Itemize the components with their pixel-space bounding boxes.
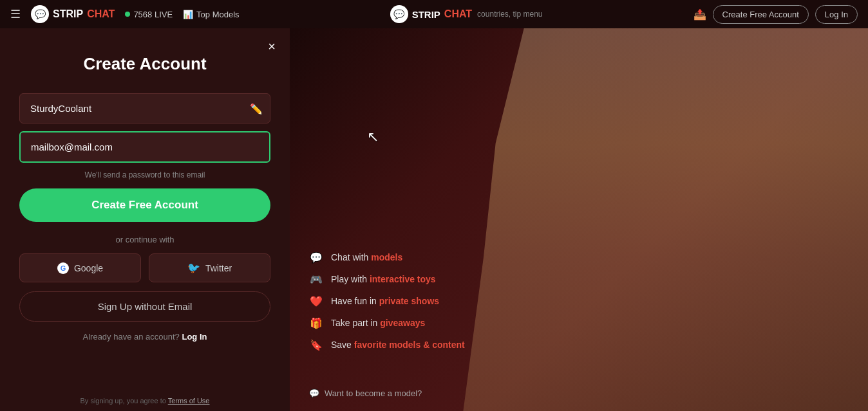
already-account-text: Already have an account? Log In xyxy=(83,332,207,342)
twitter-icon: 🐦 xyxy=(187,262,200,274)
want-model-text: Want to become a model? xyxy=(325,388,422,398)
login-top-button[interactable]: Log In xyxy=(815,5,858,24)
features-list: 💬 Chat with models 🎮 Play with interacti… xyxy=(309,250,465,360)
feature-item-private: ❤️ Have fun in private shows xyxy=(309,294,465,308)
feature-chat-text: Chat with models xyxy=(331,252,402,262)
feature-item-giveaway: 🎁 Take part in giveaways xyxy=(309,316,465,330)
logo-chat: CHAT xyxy=(87,8,115,20)
feature-giveaway-text: Take part in giveaways xyxy=(331,318,425,328)
topbar: ☰ 💬 STRIPCHAT 7568 LIVE 📊 Top Models 💬 S… xyxy=(0,0,868,28)
google-label: Google xyxy=(74,263,103,273)
email-input[interactable] xyxy=(19,131,270,163)
feature-private-text: Have fun in private shows xyxy=(331,296,439,306)
feature-item-save: 🔖 Save favorite models & content xyxy=(309,338,465,352)
center-tagline: countries, tip menu xyxy=(477,10,542,19)
feature-item-chat: 💬 Chat with models xyxy=(309,250,465,264)
center-logo-icon: 💬 xyxy=(390,5,408,23)
center-logo-chat: CHAT xyxy=(444,8,472,20)
logo-strip: STRIP xyxy=(53,8,83,20)
or-continue-text: or continue with xyxy=(115,235,174,244)
magic-wand-icon: ✏️ xyxy=(250,102,263,114)
modal-left-panel: × Create Account ✏️ We'll send a passwor… xyxy=(0,28,290,411)
feature-toys-text: Play with interactive toys xyxy=(331,274,436,284)
username-input[interactable] xyxy=(19,93,270,123)
share-icon: 📤 xyxy=(693,8,706,21)
modal-close-button[interactable]: × xyxy=(263,37,281,55)
create-free-account-button[interactable]: Create Free Account xyxy=(19,188,270,222)
feature-save-text: Save favorite models & content xyxy=(331,340,465,350)
model-silhouette xyxy=(463,28,868,411)
twitter-signup-button[interactable]: 🐦 Twitter xyxy=(149,253,270,282)
google-icon: G xyxy=(57,262,69,274)
live-dot xyxy=(125,12,130,17)
logo-icon: 💬 xyxy=(31,5,49,23)
top-models-icon: 📊 xyxy=(183,10,193,19)
heart-icon: ❤️ xyxy=(309,294,323,308)
signup-no-email-button[interactable]: Sign Up without Email xyxy=(19,291,270,322)
email-hint: We'll send a password to this email xyxy=(85,170,205,179)
hamburger-icon[interactable]: ☰ xyxy=(10,7,21,21)
username-input-group: ✏️ xyxy=(19,93,270,123)
login-link[interactable]: Log In xyxy=(182,332,207,342)
center-logo-strip: STRIP xyxy=(412,9,440,20)
twitter-label: Twitter xyxy=(205,263,232,273)
live-count: 7568 LIVE xyxy=(133,10,173,19)
feature-item-toys: 🎮 Play with interactive toys xyxy=(309,272,465,286)
modal-right-panel: 💬 Chat with models 🎮 Play with interacti… xyxy=(290,28,868,411)
topbar-left: ☰ 💬 STRIPCHAT 7568 LIVE 📊 Top Models xyxy=(10,5,240,23)
chat-icon: 💬 xyxy=(309,250,323,264)
bookmark-icon: 🔖 xyxy=(309,338,323,352)
google-signup-button[interactable]: G Google xyxy=(19,253,141,282)
logo-area[interactable]: 💬 STRIPCHAT xyxy=(31,5,115,23)
terms-text: By signing up, you agree to Terms of Use xyxy=(0,397,290,405)
email-input-group xyxy=(19,131,270,163)
already-account-label: Already have an account? xyxy=(83,332,180,342)
top-models-label: Top Models xyxy=(196,10,239,19)
top-models-btn[interactable]: 📊 Top Models xyxy=(183,10,239,19)
topbar-center: 💬 STRIPCHAT countries, tip menu xyxy=(252,5,681,23)
live-badge: 7568 LIVE xyxy=(125,10,173,19)
gift-icon: 🎁 xyxy=(309,316,323,330)
want-model-area[interactable]: 💬 Want to become a model? xyxy=(309,388,422,398)
social-buttons: G Google 🐦 Twitter xyxy=(19,253,270,282)
create-account-top-button[interactable]: Create Free Account xyxy=(713,5,809,24)
terms-prefix: By signing up, you agree to xyxy=(80,397,166,405)
terms-link[interactable]: Terms of Use xyxy=(168,397,210,405)
topbar-right: 📤 Create Free Account Log In xyxy=(693,5,858,24)
toys-icon: 🎮 xyxy=(309,272,323,286)
center-logo: 💬 STRIPCHAT xyxy=(390,5,472,23)
modal-title: Create Account xyxy=(83,54,206,74)
want-model-icon: 💬 xyxy=(309,388,319,398)
modal-backdrop: × Create Account ✏️ We'll send a passwor… xyxy=(0,28,868,411)
